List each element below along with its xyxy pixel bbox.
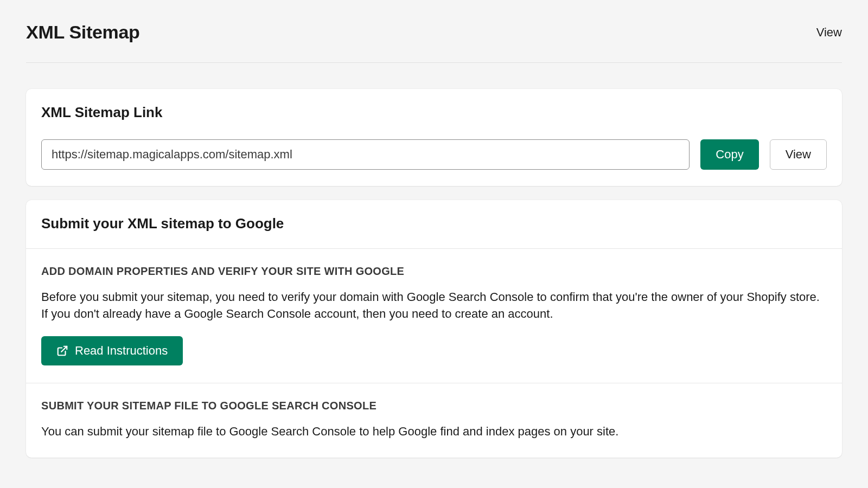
sitemap-link-card: XML Sitemap Link Copy View — [26, 89, 842, 186]
submit-google-title: Submit your XML sitemap to Google — [41, 215, 827, 232]
verify-domain-heading: ADD DOMAIN PROPERTIES AND VERIFY YOUR SI… — [41, 265, 827, 278]
submit-sitemap-section: SUBMIT YOUR SITEMAP FILE TO GOOGLE SEARC… — [26, 383, 842, 457]
read-instructions-button[interactable]: Read Instructions — [41, 336, 183, 365]
sitemap-link-title: XML Sitemap Link — [41, 104, 827, 121]
submit-sitemap-heading: SUBMIT YOUR SITEMAP FILE TO GOOGLE SEARC… — [41, 400, 827, 412]
sitemap-url-input[interactable] — [41, 139, 690, 170]
page-title: XML Sitemap — [26, 22, 140, 43]
page-header: XML Sitemap View — [26, 22, 842, 63]
verify-domain-section: ADD DOMAIN PROPERTIES AND VERIFY YOUR SI… — [26, 249, 842, 383]
header-view-link[interactable]: View — [816, 25, 842, 40]
submit-sitemap-body: You can submit your sitemap file to Goog… — [41, 423, 827, 440]
view-sitemap-button[interactable]: View — [770, 139, 827, 170]
svg-line-0 — [61, 346, 67, 352]
external-link-icon — [56, 345, 68, 357]
copy-button[interactable]: Copy — [700, 139, 758, 170]
read-instructions-label: Read Instructions — [75, 344, 168, 358]
sitemap-link-row: Copy View — [41, 139, 827, 170]
verify-domain-body: Before you submit your sitemap, you need… — [41, 288, 827, 322]
submit-google-card: Submit your XML sitemap to Google ADD DO… — [26, 200, 842, 458]
